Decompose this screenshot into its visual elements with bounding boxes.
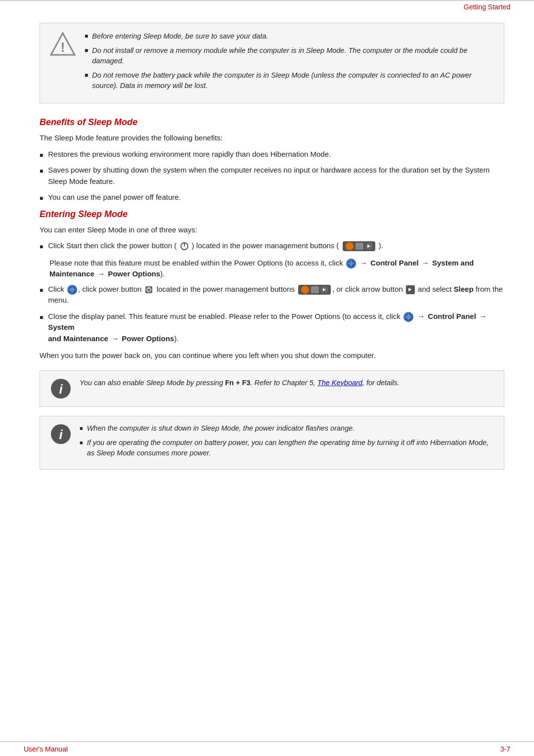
nav-bold-3: Power Options xyxy=(108,269,160,278)
warning-item-3: Do not remove the battery pack while the… xyxy=(85,70,494,91)
info-text-1: You can also enable Sleep Mode by pressi… xyxy=(80,378,400,389)
entering-item-1: Click Start then click the power button … xyxy=(40,240,504,252)
info-item-2-2: If you are operating the computer on bat… xyxy=(80,438,494,458)
warning-item-2: Do not install or remove a memory module… xyxy=(85,45,494,66)
power-btn-2-3: ▶ xyxy=(321,286,328,293)
entering-intro: You can enter Sleep Mode in one of three… xyxy=(40,224,504,236)
top-bar: Getting Started xyxy=(0,0,534,13)
info-icon-1: i xyxy=(50,378,72,400)
info-box-2: i When the computer is shut down in Slee… xyxy=(40,416,504,470)
bottom-bar: User's Manual 3-7 xyxy=(0,741,534,756)
power-button-inline-icon xyxy=(180,242,189,251)
arrow-5: → xyxy=(479,312,487,320)
start-icon-2 xyxy=(67,285,77,295)
benefits-item-3: You can use the panel power off feature. xyxy=(40,192,504,203)
arrow-4: → xyxy=(417,312,425,320)
svg-text:!: ! xyxy=(60,40,65,55)
benefits-list: Restores the previous working environmen… xyxy=(40,149,504,203)
entering-list-2: Click , click power button xyxy=(40,284,504,345)
benefits-item-1: Restores the previous working environmen… xyxy=(40,149,504,160)
nav-bold-5: System xyxy=(48,323,74,331)
footer-right: 3-7 xyxy=(500,745,510,753)
arrow-3: → xyxy=(97,269,105,278)
fn-f3-bold: Fn + F3 xyxy=(225,379,250,387)
power-buttons-group: ▶ xyxy=(343,241,375,251)
svg-text:i: i xyxy=(59,382,63,397)
arrow-btn-icon xyxy=(406,285,415,294)
entering-item-3: Close the display panel. This feature mu… xyxy=(40,311,504,345)
arrow-2: → xyxy=(422,259,429,267)
entering-list: Click Start then click the power button … xyxy=(40,240,504,252)
entering-note-1: Please note that this feature must be en… xyxy=(49,258,504,280)
svg-text:i: i xyxy=(59,427,63,442)
power-btn-2-1 xyxy=(301,286,309,294)
nav-bold-1: Control Panel xyxy=(370,259,419,267)
benefits-heading: Benefits of Sleep Mode xyxy=(40,117,504,128)
start-icon-3 xyxy=(403,312,413,322)
warning-box: ! Before entering Sleep Mode, be sure to… xyxy=(40,23,504,103)
entering-closing: When you turn the power back on, you can… xyxy=(40,350,504,361)
power-button-inline-icon-2 xyxy=(144,285,153,294)
arrow-6: → xyxy=(111,334,119,343)
power-btn-1 xyxy=(346,242,354,250)
entering-heading: Entering Sleep Mode xyxy=(40,209,504,220)
footer-left: User's Manual xyxy=(24,745,68,753)
info-list-2: When the computer is shut down in Sleep … xyxy=(80,423,494,462)
benefits-intro: The Sleep Mode feature provides the foll… xyxy=(40,133,504,144)
power-buttons-group-2: ▶ xyxy=(298,285,331,295)
sleep-bold: Sleep xyxy=(454,285,474,293)
nav-bold-7: Power Options xyxy=(122,334,174,343)
nav-bold-4: Control Panel xyxy=(428,312,476,320)
arrow-1: → xyxy=(360,259,367,267)
header-title: Getting Started xyxy=(464,3,510,11)
info-item-2-1: When the computer is shut down in Sleep … xyxy=(80,423,494,434)
warning-icon: ! xyxy=(50,31,76,57)
warning-list: Before entering Sleep Mode, be sure to s… xyxy=(85,31,494,95)
keyboard-link[interactable]: The Keyboard xyxy=(317,379,362,387)
entering-item-2: Click , click power button xyxy=(40,284,504,306)
power-btn-2 xyxy=(356,243,363,250)
power-btn-3: ▶ xyxy=(365,243,372,250)
info-box-1: i You can also enable Sleep Mode by pres… xyxy=(40,370,504,407)
warning-item-1: Before entering Sleep Mode, be sure to s… xyxy=(85,31,494,42)
power-btn-2-2 xyxy=(311,286,319,293)
info-icon-2: i xyxy=(50,423,72,445)
nav-bold-6: and Maintenance xyxy=(48,334,108,343)
main-content: ! Before entering Sleep Mode, be sure to… xyxy=(0,13,534,518)
start-icon-1 xyxy=(346,259,356,268)
benefits-item-2: Saves power by shutting down the system … xyxy=(40,165,504,187)
